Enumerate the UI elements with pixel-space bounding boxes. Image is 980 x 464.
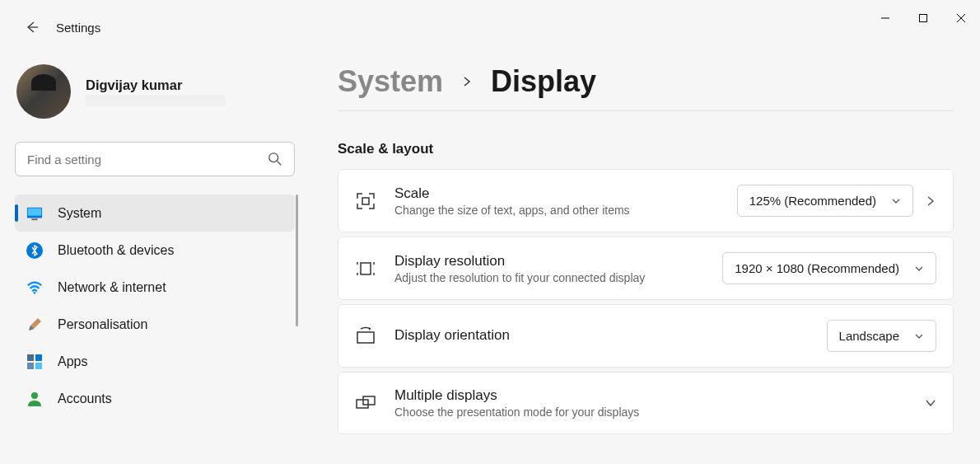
svg-rect-15: [35, 363, 42, 369]
breadcrumb: System Display: [338, 64, 954, 111]
minimize-button[interactable]: [866, 5, 904, 31]
card-resolution[interactable]: Display resolution Adjust the resolution…: [338, 237, 954, 300]
sidebar-item-apps[interactable]: Apps: [15, 343, 295, 380]
search-box[interactable]: [15, 142, 295, 176]
orientation-icon: [355, 326, 376, 347]
sidebar-item-label: Accounts: [58, 391, 112, 406]
svg-rect-17: [362, 198, 369, 204]
svg-line-6: [278, 162, 282, 166]
chevron-down-icon[interactable]: [925, 397, 936, 409]
svg-point-11: [34, 292, 36, 294]
profile-card[interactable]: Digvijay kumar: [15, 64, 295, 142]
sidebar-item-personalisation[interactable]: Personalisation: [15, 306, 295, 343]
sidebar-item-label: Apps: [58, 354, 87, 369]
bluetooth-icon: [26, 242, 43, 259]
dropdown-value: 125% (Recommended): [749, 194, 876, 208]
dropdown-value: Landscape: [839, 329, 899, 343]
svg-point-16: [31, 392, 38, 399]
card-scale[interactable]: Scale Change the size of text, apps, and…: [338, 169, 954, 232]
avatar: [16, 64, 71, 119]
sidebar-item-label: Network & internet: [58, 280, 166, 295]
sidebar-item-label: Bluetooth & devices: [58, 243, 174, 258]
svg-rect-12: [27, 354, 34, 361]
close-button[interactable]: [942, 5, 980, 31]
chevron-down-icon: [891, 196, 901, 206]
breadcrumb-current: Display: [491, 64, 596, 99]
scale-icon: [355, 190, 376, 212]
svg-rect-19: [357, 332, 374, 343]
svg-rect-8: [28, 208, 41, 215]
dropdown-value: 1920 × 1080 (Recommended): [735, 261, 899, 275]
back-button[interactable]: [23, 19, 40, 35]
scale-dropdown[interactable]: 125% (Recommended): [737, 185, 913, 217]
paintbrush-icon: [26, 316, 43, 333]
svg-rect-1: [920, 15, 927, 22]
chevron-right-icon: [461, 71, 473, 92]
card-multiple-displays[interactable]: Multiple displays Choose the presentatio…: [338, 372, 954, 434]
chevron-right-icon[interactable]: [925, 195, 936, 207]
sidebar-item-bluetooth[interactable]: Bluetooth & devices: [15, 232, 295, 269]
card-subtitle: Change the size of text, apps, and other…: [394, 204, 719, 217]
svg-point-5: [269, 153, 278, 162]
app-header: Settings: [0, 0, 980, 40]
section-title: Scale & layout: [338, 141, 954, 157]
svg-rect-21: [363, 396, 375, 405]
sidebar-item-label: Personalisation: [58, 317, 147, 332]
sidebar-item-system[interactable]: System: [15, 195, 295, 232]
person-icon: [26, 391, 43, 407]
card-title: Display orientation: [394, 327, 809, 344]
window-controls: [866, 0, 980, 36]
svg-rect-18: [361, 263, 371, 274]
card-title: Multiple displays: [394, 387, 907, 404]
breadcrumb-parent[interactable]: System: [338, 64, 443, 99]
svg-rect-20: [357, 400, 368, 408]
nav-list: System Bluetooth & devices Network & int…: [15, 195, 295, 417]
chevron-down-icon: [914, 331, 924, 341]
app-title: Settings: [56, 21, 100, 35]
apps-icon: [26, 354, 43, 370]
card-subtitle: Adjust the resolution to fit your connec…: [394, 271, 704, 284]
svg-rect-14: [27, 363, 34, 369]
search-icon: [268, 152, 282, 166]
wifi-icon: [26, 279, 43, 296]
sidebar-item-accounts[interactable]: Accounts: [15, 380, 295, 417]
profile-name: Digvijay kumar: [86, 77, 226, 93]
card-title: Scale: [394, 185, 719, 202]
resolution-dropdown[interactable]: 1920 × 1080 (Recommended): [722, 252, 936, 284]
main-content: System Display Scale & layout Scale Chan…: [305, 64, 980, 434]
sidebar-item-label: System: [58, 206, 101, 221]
orientation-dropdown[interactable]: Landscape: [827, 320, 936, 352]
svg-rect-9: [31, 218, 37, 220]
svg-rect-13: [35, 354, 42, 361]
sidebar-item-network[interactable]: Network & internet: [15, 269, 295, 306]
sidebar-scrollbar[interactable]: [296, 195, 298, 326]
card-title: Display resolution: [394, 253, 704, 269]
card-orientation[interactable]: Display orientation Landscape: [338, 304, 954, 368]
sidebar: Digvijay kumar System Bl: [0, 64, 305, 434]
card-subtitle: Choose the presentation mode for your di…: [394, 405, 907, 419]
chevron-down-icon: [914, 264, 924, 274]
multiple-displays-icon: [355, 392, 376, 414]
resolution-icon: [355, 258, 376, 279]
profile-email-redacted: [86, 95, 226, 106]
search-input[interactable]: [27, 152, 268, 166]
system-icon: [26, 205, 43, 222]
maximize-button[interactable]: [904, 5, 942, 31]
